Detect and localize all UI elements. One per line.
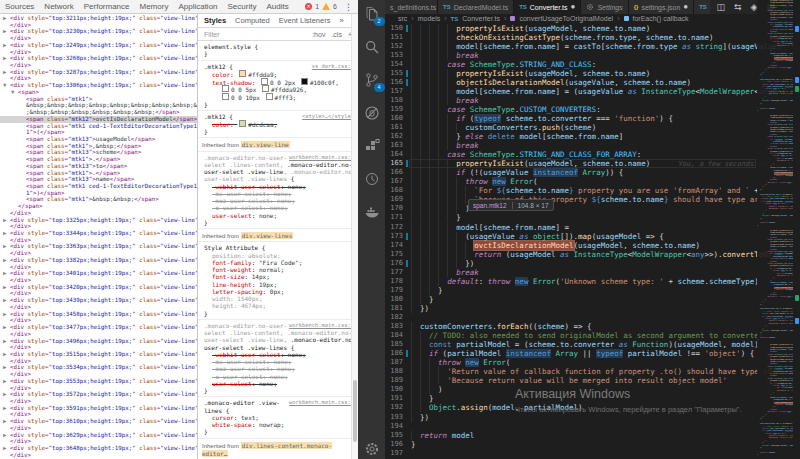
code-line-183[interactable]: 183 customConverters.forEach((scheme) =>… xyxy=(385,322,800,331)
modified-dot-icon[interactable]: ● xyxy=(683,3,688,11)
dom-tree-row[interactable]: </div> xyxy=(0,425,197,432)
dom-tree-row[interactable]: <span class="mtk13">scheme</span> xyxy=(0,149,197,156)
dom-tree-row[interactable]: </div> xyxy=(0,358,197,365)
dom-tree-row[interactable]: <span class="mtk13">name</span> xyxy=(0,176,197,183)
devtools-tab-security[interactable]: Security xyxy=(228,2,257,11)
dom-tree-row[interactable]: </div> xyxy=(0,344,197,351)
dom-tree-row[interactable]: </div> xyxy=(0,210,197,217)
css-rule[interactable]: element.style {} xyxy=(198,41,358,60)
dom-tree-row[interactable]: ▶<div style="top:3439px;height:19px;" cl… xyxy=(0,297,197,304)
styles-filter-controls[interactable]: :hov.cls+ xyxy=(312,31,352,38)
code-line-171[interactable]: 171 } xyxy=(385,213,800,222)
code-line-177[interactable]: 177 break xyxy=(385,268,800,277)
breadcrumb-item[interactable]: Converter.ts xyxy=(462,15,500,22)
code-line-195[interactable]: 195 return model xyxy=(385,431,800,440)
dom-tree-row[interactable]: ▶<div style="top:3591px;height:19px;" cl… xyxy=(0,405,197,412)
dom-tree-row[interactable]: <span class="mtk1">,&nbsp;</span> xyxy=(0,143,197,150)
scrollbar-thumb[interactable] xyxy=(353,380,357,442)
code-line-179[interactable]: 179 } xyxy=(385,286,800,295)
search-icon[interactable] xyxy=(364,39,380,55)
devtools-tab-performance[interactable]: Performance xyxy=(84,2,130,11)
dom-tree[interactable]: ▶<div style="top:3211px;height:19px;" cl… xyxy=(0,14,197,459)
code-line-169[interactable]: 169 `because of this property ${scheme.t… xyxy=(385,195,800,204)
code-line-163[interactable]: 163 break xyxy=(385,141,800,150)
code-line-197[interactable]: 197 xyxy=(385,449,800,458)
dom-tree-row[interactable]: ▶<div style="top:3553px;height:19px;" cl… xyxy=(0,378,197,385)
dom-tree-row[interactable]: </div> xyxy=(0,411,197,418)
clock-icon[interactable] xyxy=(364,171,380,187)
dom-tree-row[interactable]: </div> xyxy=(0,290,197,297)
tab-declaredmodel-ts[interactable]: TSDeclaredModel.ts xyxy=(438,0,514,14)
dom-tree-row[interactable]: </div> xyxy=(0,452,197,459)
code-line-168[interactable]: 168 `For ${scheme.to.name} property you … xyxy=(385,186,800,195)
styles-filter-input[interactable]: Filter xyxy=(204,31,220,38)
code-line-172[interactable]: 172 model[scheme.from.name] = xyxy=(385,223,800,232)
code-line-170[interactable]: 170 ) xyxy=(385,204,800,213)
dom-tree-row[interactable]: ▶<div style="top:3344px;height:19px;" cl… xyxy=(0,230,197,237)
breadcrumb[interactable]: src›models›TSConverter.ts›convertUsageTo… xyxy=(385,14,800,24)
dom-tree-row[interactable]: <span class="mtk13">to</span> xyxy=(0,163,197,170)
dom-tree-row[interactable]: </div> xyxy=(0,237,197,244)
dom-tree-row[interactable]: </div> xyxy=(0,35,197,42)
dom-tree-row[interactable]: ▶<div style="top:3420px;height:19px;" cl… xyxy=(0,284,197,291)
dom-tree-row[interactable]: ▼<span> xyxy=(0,89,197,96)
styles-tab-computed[interactable]: Computed xyxy=(235,16,270,25)
inherited-node-chip[interactable]: div.view-line xyxy=(241,141,290,148)
dom-tree-row[interactable]: </div> xyxy=(0,75,197,82)
code-line-167[interactable]: 167 throw new Error( xyxy=(385,177,800,186)
styles-control[interactable]: :hov xyxy=(312,31,325,38)
code-line-196[interactable]: 196} xyxy=(385,440,800,449)
devtools-tab-network[interactable]: Network xyxy=(44,2,73,11)
dom-tree-row[interactable]: ▶<div style="top:3458px;height:19px;" cl… xyxy=(0,311,197,318)
dom-tree-row[interactable]: <span class="mtk1 ced-1-TextEditorDecora… xyxy=(0,123,197,130)
code-line-181[interactable]: 181 }) xyxy=(385,304,800,313)
code-line-150[interactable]: 150 propertyIsExist(usageModel, scheme.t… xyxy=(385,24,800,33)
dom-tree-row[interactable]: </div> xyxy=(0,277,197,284)
dom-tree-row[interactable]: 1">)</span> xyxy=(0,190,197,197)
extensions-icon[interactable] xyxy=(364,138,380,154)
dom-tree-row[interactable]: ▼<div style="top:3306px;height:19px;" cl… xyxy=(0,82,197,89)
dom-tree-row[interactable]: </div> xyxy=(0,264,197,271)
styles-control[interactable]: .cls xyxy=(331,31,342,38)
dom-tree-row[interactable]: ▶<div style="top:3477px;height:19px;" cl… xyxy=(0,324,197,331)
dom-tree-row[interactable]: </div> xyxy=(0,250,197,257)
styles-rules-list[interactable]: element.style {}.mtk12 {vs_dark.css:5col… xyxy=(198,41,358,459)
code-line-153[interactable]: 153 break xyxy=(385,51,800,60)
dom-tree-row[interactable]: ;&nbsp;&nbsp;&nbsp;&nbsp;&nbsp;&nbsp;</s… xyxy=(0,109,197,116)
debug-icon[interactable] xyxy=(364,105,380,121)
devtools-tab-audits[interactable]: Audits xyxy=(266,2,288,11)
code-line-165[interactable]: 165 propertyIsExist(usageModel, scheme.t… xyxy=(385,159,800,168)
dom-tree-row[interactable]: ▶<div style="top:3211px;height:19px;" cl… xyxy=(0,15,197,22)
code-line-157[interactable]: 157 model[scheme.from.name] = (usageValu… xyxy=(385,87,800,96)
code-line-178[interactable]: 178 default: throw new Error('Unknown sc… xyxy=(385,277,800,286)
modified-dot-icon[interactable]: ● xyxy=(571,3,576,11)
dom-tree-row[interactable]: <span class="mtk1"> xyxy=(0,96,197,103)
code-line-184[interactable]: 184 // TODO: also needed to send origina… xyxy=(385,331,800,340)
code-line-173[interactable]: 173 (usageValue as object[]).map(usageMo… xyxy=(385,232,800,241)
code-line-175[interactable]: 175 return (usageModel as InstanceType<M… xyxy=(385,250,800,259)
code-line-185[interactable]: 185 const partialModel = (scheme.to.conv… xyxy=(385,340,800,349)
dom-tree-row[interactable]: </div> xyxy=(0,304,197,311)
dom-tree-row[interactable]: &nbsp;&nbsp;&nbsp;&nbsp;&nbsp;&nbsp;&nbs… xyxy=(0,102,197,109)
explorer-icon[interactable]: 2 xyxy=(364,6,380,22)
dom-tree-row[interactable]: ▶<div style="top:3572px;height:19px;" cl… xyxy=(0,391,197,398)
code-line-187[interactable]: 187 throw new Error( xyxy=(385,358,800,367)
dom-tree-row[interactable]: ▶<div style="top:3382px;height:19px;" cl… xyxy=(0,257,197,264)
split-editor-icon[interactable]: ◫ xyxy=(717,2,726,12)
dom-tree-row[interactable]: <span class="mtk1">.</span> xyxy=(0,156,197,163)
dom-tree-row[interactable]: 1">(</span> xyxy=(0,129,197,136)
dom-tree-row[interactable]: ▶<div style="top:3230px;height:19px;" cl… xyxy=(0,28,197,35)
code-line-182[interactable]: 182 xyxy=(385,313,800,322)
code-line-176[interactable]: 176 }) xyxy=(385,259,800,268)
dom-tree-row[interactable]: ▶<div style="top:3515px;height:19px;" cl… xyxy=(0,351,197,358)
source-control-icon[interactable]: 4 xyxy=(364,72,380,88)
css-rule[interactable]: .monaco-editor.no-user-workbench.main.cs… xyxy=(198,319,358,397)
dom-tree-row[interactable]: ▶<div style="top:3325px;height:19px;" cl… xyxy=(0,217,197,224)
dom-tree-row[interactable]: <span class="mtk13">usageModel</span> xyxy=(0,136,197,143)
tab-settings[interactable]: Settings xyxy=(581,0,628,14)
dom-tree-row[interactable]: ▶<div style="top:3363px;height:19px;" cl… xyxy=(0,243,197,250)
tab-s_definitions-ts[interactable]: s_definitions.ts xyxy=(385,0,438,14)
dom-tree-row[interactable]: </div> xyxy=(0,317,197,324)
code-line-159[interactable]: 159 case SchemeType.CUSTOM_CONVERTERS: xyxy=(385,105,800,114)
dom-tree-row[interactable]: ▶<div style="top:3610px;height:19px;" cl… xyxy=(0,418,197,425)
